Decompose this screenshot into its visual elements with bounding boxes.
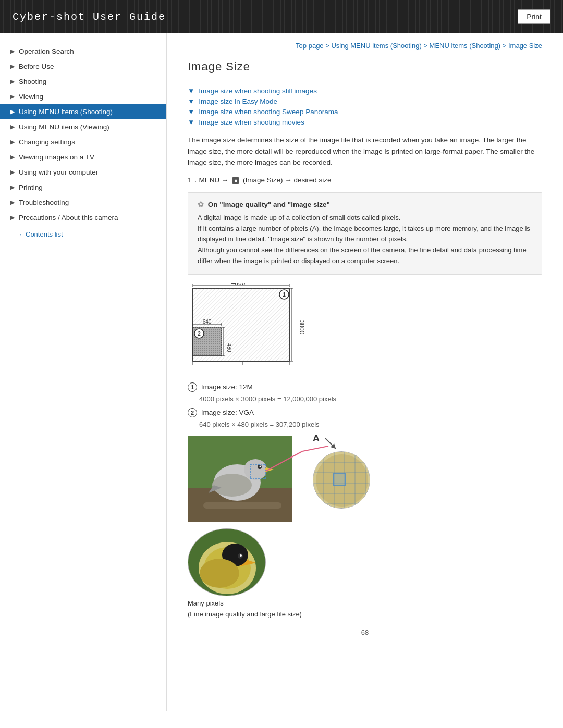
bird-illustration (188, 436, 292, 522)
contents-list-link[interactable]: → Contents list (0, 225, 166, 243)
link-still-images[interactable]: ▼ Image size when shooting still images (188, 87, 542, 95)
topic-links: ▼ Image size when shooting still images … (188, 87, 542, 126)
tip-title: ✿ On "image quality" and "image size" (198, 200, 532, 208)
page-title: Image Size (188, 60, 542, 78)
svg-rect-57 (333, 474, 346, 485)
breadcrumb[interactable]: Top page > Using MENU items (Shooting) >… (188, 42, 542, 50)
bird-photo-container (188, 436, 292, 523)
arrow-icon: ▶ (10, 139, 15, 145)
arrow-down-icon (323, 436, 338, 451)
arrow-icon: ▶ (10, 78, 15, 85)
sidebar-item-operation-search[interactable]: ▶ Operation Search (0, 44, 166, 59)
arrow-icon: ▶ (10, 199, 15, 206)
triangle-down-icon: ▼ (188, 118, 194, 126)
sidebar-item-menu-viewing[interactable]: ▶ Using MENU items (Viewing) (0, 119, 166, 134)
svg-point-33 (244, 459, 267, 480)
arrow-icon: ▶ (10, 184, 15, 191)
zoom-circle (313, 451, 370, 509)
size2-detail: 640 pixels × 480 pixels = 307,200 pixels (199, 421, 542, 428)
svg-text:1: 1 (283, 292, 286, 298)
arrow-right-icon: → (16, 230, 22, 238)
sidebar-item-before-use[interactable]: ▶ Before Use (0, 59, 166, 74)
arrow-icon: ▶ (10, 63, 15, 70)
diagram-container: 4000 3000 1 (188, 283, 542, 374)
triangle-down-icon: ▼ (188, 108, 194, 116)
svg-point-37 (212, 474, 252, 497)
image-caption-2: (Fine image quality and large file size) (188, 610, 542, 618)
sidebar-item-precautions[interactable]: ▶ Precautions / About this camera (0, 210, 166, 225)
sidebar-item-viewing-tv[interactable]: ▶ Viewing images on a TV (0, 150, 166, 165)
arrow-icon: ▶ (10, 169, 15, 176)
zoom-area: A (313, 436, 370, 509)
menu-instruction: 1．MENU → ■ (Image Size) → desired size (188, 176, 542, 185)
sidebar-item-troubleshooting[interactable]: ▶ Troubleshooting (0, 195, 166, 210)
arrow-icon: ▶ (10, 154, 15, 161)
page-number: 68 (188, 628, 542, 636)
svg-rect-40 (203, 502, 282, 509)
page-layout: ▶ Operation Search ▶ Before Use ▶ Shooti… (0, 33, 563, 711)
circle-2: 2 (188, 408, 197, 417)
triangle-down-icon: ▼ (188, 87, 194, 95)
bottom-bird-illustration (188, 529, 266, 596)
size-diagram: 4000 3000 1 (188, 283, 308, 374)
arrow-icon: ▶ (10, 214, 15, 221)
sidebar-item-printing[interactable]: ▶ Printing (0, 180, 166, 195)
link-movies[interactable]: ▼ Image size when shooting movies (188, 118, 542, 126)
svg-point-65 (200, 559, 239, 588)
image-caption-1: Many pixels (188, 599, 542, 607)
sun-icon: ✿ (198, 201, 204, 208)
sidebar: ▶ Operation Search ▶ Before Use ▶ Shooti… (0, 33, 167, 711)
svg-text:640: 640 (203, 319, 212, 325)
svg-point-36 (260, 465, 261, 467)
sidebar-item-computer[interactable]: ▶ Using with your computer (0, 165, 166, 180)
arrow-icon: ▶ (10, 93, 15, 100)
size1-detail: 4000 pixels × 3000 pixels = 12,000,000 p… (199, 395, 542, 403)
body-text: The image size determines the size of th… (188, 134, 542, 168)
app-title: Cyber-shot User Guide (13, 11, 166, 23)
size2-label: 2 Image size: VGA (188, 408, 542, 417)
bottom-bird-circle (188, 528, 266, 596)
triangle-down-icon: ▼ (188, 97, 194, 105)
svg-point-64 (240, 554, 242, 557)
sidebar-item-shooting[interactable]: ▶ Shooting (0, 74, 166, 89)
print-button[interactable]: Print (518, 9, 550, 24)
svg-text:480: 480 (226, 343, 232, 352)
sidebar-item-changing-settings[interactable]: ▶ Changing settings (0, 134, 166, 150)
bird-images-section: A (188, 436, 542, 523)
arrow-icon: ▶ (10, 108, 15, 115)
svg-text:3000: 3000 (298, 320, 305, 334)
link-sweep-panorama[interactable]: ▼ Image size when shooting Sweep Panoram… (188, 107, 542, 116)
sidebar-item-viewing[interactable]: ▶ Viewing (0, 89, 166, 104)
menu-icon: ■ (232, 177, 239, 184)
arrow-icon: ▶ (10, 124, 15, 130)
circle-1: 1 (188, 382, 197, 392)
size1-label: 1 Image size: 12M (188, 382, 542, 392)
sidebar-item-menu-shooting[interactable]: ▶ Using MENU items (Shooting) (0, 104, 166, 119)
svg-text:4000: 4000 (231, 283, 246, 287)
svg-text:2: 2 (198, 331, 201, 337)
zoom-bird-illustration (313, 452, 370, 509)
label-a: A (313, 433, 320, 444)
tip-text: A digital image is made up of a collecti… (198, 213, 532, 267)
tip-box: ✿ On "image quality" and "image size" A … (188, 192, 542, 275)
link-easy-mode[interactable]: ▼ Image size in Easy Mode (188, 97, 542, 105)
arrow-icon: ▶ (10, 48, 15, 55)
main-content: Top page > Using MENU items (Shooting) >… (167, 33, 563, 711)
bottom-bird-container: Many pixels (Fine image quality and larg… (188, 528, 542, 618)
header: Cyber-shot User Guide Print (0, 0, 563, 33)
